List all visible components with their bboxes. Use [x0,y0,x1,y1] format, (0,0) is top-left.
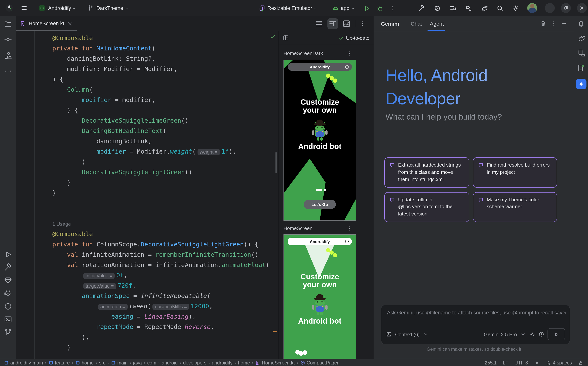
code-line[interactable]: repeatMode = RepeatMode.Reverse, [52,322,277,332]
code-line[interactable]: modifier = modifier, [52,95,277,105]
sidebar-item-problems[interactable] [4,302,12,311]
editor-options-icon[interactable] [358,19,367,28]
device-selector[interactable]: Resizable Emulator [267,0,312,16]
code-line[interactable]: DancingBotHeadlineText( [52,126,277,136]
inlay-hint[interactable]: durationMillis = [153,304,189,310]
chevron-down-icon[interactable] [520,331,526,337]
more-run-options-icon[interactable] [389,5,396,11]
model-selector[interactable]: Gemini 2.5 Pro [484,331,517,337]
suggestion-card[interactable]: Extract all hardcoded strings from this … [384,157,469,187]
breadcrumb-item[interactable]: android [162,360,177,366]
chevron-down-icon[interactable] [351,7,355,11]
code-line[interactable]: val infiniteAnimation = rememberInfinite… [52,250,277,260]
code-line[interactable]: private fun ColumnScope.DecorativeSquigg… [52,239,277,250]
code-line[interactable]: ) { [52,105,277,115]
sidebar-item-structure[interactable] [4,51,12,60]
view-code-only-icon[interactable] [314,18,324,29]
code-line[interactable]: @Composable [52,229,277,239]
code-line[interactable]: val rotationAnimation = infiniteAnimatio… [52,260,277,270]
breadcrumb-item[interactable]: home [238,360,250,366]
sync-a-icon[interactable]: A [434,4,441,12]
code-line[interactable]: private fun MainHomeContent( [52,43,277,53]
chevron-down-icon[interactable] [313,7,318,11]
inlay-hint[interactable]: targetValue = [83,283,116,289]
settings-icon[interactable] [512,4,519,12]
code-line[interactable]: ) [52,342,277,353]
pre[interactable]: Androidify Customize your own Android bo… [283,60,356,221]
inspections-ok-icon[interactable] [270,34,276,40]
code-line[interactable]: @Composable [52,33,277,43]
breadcrumb-item[interactable]: src [99,360,105,366]
project-selector[interactable]: Androidify [48,0,71,16]
tab-scroll-indicator[interactable] [16,30,77,31]
inlay-hint[interactable]: initialValue = [83,273,115,279]
send-button[interactable] [548,328,565,340]
lets-go-button[interactable]: Let's Go [304,200,336,209]
sidebar-item-gemini-active[interactable] [576,79,587,89]
view-preview-only-icon[interactable] [341,18,352,29]
code-line[interactable]: dancingBotLink, [52,136,277,146]
code-line[interactable]: DecorativeSquiggleLimeGreen() [52,115,277,126]
pre[interactable]: Androidify Customize your own Android bo… [283,234,356,359]
code-line[interactable] [52,208,277,219]
status-widget[interactable]: 255:1 [485,360,497,366]
tab-homescreen-kt[interactable]: HomeScreen.kt [20,16,73,31]
code-line[interactable]: animation =tween(durationMillis =12000, [52,301,277,311]
breadcrumb-item[interactable]: com [147,360,156,366]
sidebar-item-bell[interactable] [577,19,585,28]
status-widget[interactable]: LF [503,360,508,366]
preview-menu-icon[interactable] [347,50,353,57]
avatar[interactable] [527,3,537,13]
code-line[interactable]: modifier = Modifier.weight(weight =1f), [52,146,277,157]
gemini-prompt-box[interactable]: Ask Gemini, use @filename to attach sour… [381,305,570,344]
code-line[interactable]: } [52,177,277,188]
sidebar-item-ellipsis-h[interactable] [4,67,12,75]
status-widget-gemini-spark[interactable] [534,360,540,366]
breadcrumb-item[interactable]: HomeScreen.kt [255,360,295,366]
clear-chat-trash-icon[interactable] [540,20,546,27]
code-line[interactable]: DecorativeSquiggleLightGreen() [52,167,277,177]
code-line[interactable]: initialValue =0f, [52,270,277,280]
preview-homescreen-surface[interactable]: Androidify Customize your own Android bo… [284,235,356,359]
code-line[interactable]: } [52,188,277,198]
breadcrumb-item[interactable]: main [111,360,128,366]
sidebar-item-gradle[interactable] [577,34,585,42]
chevron-down-icon[interactable] [72,7,76,11]
sidebar-item-play-outline[interactable] [4,250,12,259]
code-line[interactable]: easing = LinearEasing), [52,311,277,322]
inlay-hint[interactable]: animation = [98,304,127,310]
run-button[interactable] [363,5,371,12]
sidebar-item-commit[interactable] [4,36,12,44]
search-icon[interactable] [496,4,504,12]
breadcrumb-item[interactable]: java [133,360,142,366]
code-line[interactable] [52,198,277,208]
run-config-selector[interactable]: app [341,0,349,16]
sidebar-item-gem[interactable] [4,276,12,285]
sidebar-item-folder[interactable] [4,20,12,28]
code-line[interactable]: Column( [52,84,277,95]
panel-options-icon[interactable] [550,20,557,27]
code-line[interactable]: ), [52,332,277,342]
sidebar-item-running-devices[interactable] [577,64,585,72]
attach-image-icon[interactable] [386,331,392,337]
breadcrumb-item[interactable]: androidify-main [4,360,43,366]
window-close-button[interactable] [577,3,587,13]
scrollbar-warning-mark[interactable] [273,331,277,332]
build-hammer-icon[interactable] [418,4,425,12]
history-clock-icon[interactable] [538,331,544,337]
tab-close-icon[interactable] [67,20,73,27]
suggestion-card[interactable]: Make my Theme's color scheme warmer [473,192,557,222]
sidebar-item-logcat[interactable] [4,289,12,297]
preview-homescreendark-surface[interactable]: Androidify Customize your own Android bo… [284,60,356,221]
debug-button[interactable] [376,5,384,12]
breadcrumb-item[interactable]: home [75,360,94,366]
sidebar-item-terminal[interactable] [4,315,12,324]
sidebar-item-build-hammer[interactable] [4,263,12,272]
preview-layout-icon[interactable] [282,34,289,41]
code-line[interactable]: targetValue =720f, [52,280,277,291]
preview-title-homescreendark[interactable]: HomeScreenDark [283,50,323,56]
inlay-hint[interactable]: weight = [197,149,220,155]
gemini-settings-icon[interactable] [529,331,535,337]
code-content[interactable]: @Composableprivate fun MainHomeContent( … [52,33,277,353]
debug-attach-icon[interactable] [465,4,472,12]
